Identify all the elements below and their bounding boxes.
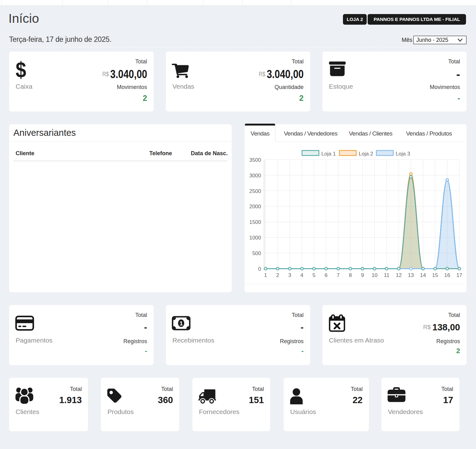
svg-text:14: 14: [420, 272, 426, 278]
svg-text:8: 8: [349, 272, 352, 278]
svg-text:4: 4: [300, 272, 303, 278]
svg-text:7: 7: [337, 272, 340, 278]
svg-text:1: 1: [180, 320, 183, 327]
svg-text:3: 3: [288, 272, 291, 278]
svg-text:3000: 3000: [249, 173, 261, 179]
svg-text:500: 500: [252, 250, 261, 256]
svg-text:Loja 1: Loja 1: [321, 151, 336, 157]
svg-text:1000: 1000: [249, 235, 261, 241]
svg-text:12: 12: [396, 272, 402, 278]
svg-text:0: 0: [258, 266, 261, 272]
svg-text:1500: 1500: [249, 219, 261, 225]
svg-text:5: 5: [313, 272, 315, 278]
svg-text:2000: 2000: [249, 204, 261, 210]
svg-text:15: 15: [432, 272, 438, 278]
svg-text:2: 2: [276, 272, 279, 278]
svg-text:1: 1: [264, 272, 267, 278]
svg-text:6: 6: [325, 272, 327, 278]
svg-text:9: 9: [361, 272, 364, 278]
svg-text:10: 10: [372, 272, 378, 278]
svg-text:2500: 2500: [249, 188, 261, 194]
svg-text:Loja 3: Loja 3: [396, 151, 410, 157]
svg-text:3500: 3500: [249, 157, 261, 163]
svg-text:16: 16: [444, 272, 450, 278]
svg-text:Loja 2: Loja 2: [359, 151, 373, 157]
svg-text:11: 11: [384, 272, 389, 278]
svg-text:17: 17: [456, 272, 462, 278]
svg-text:13: 13: [408, 272, 414, 278]
